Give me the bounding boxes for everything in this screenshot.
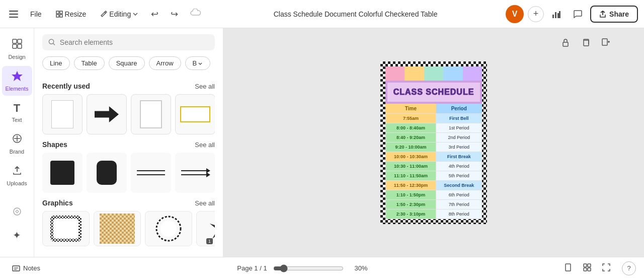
sidebar-item-brand[interactable]: Brand [2,129,32,159]
add-page-icon [601,38,610,47]
sidebar-item-uploads[interactable]: Uploads [2,161,32,190]
canvas-scroll[interactable]: CLASS SCHEDULE Time Period 7:55amFirst B… [223,28,644,257]
document-title: Class Schedule Document Colorful Checker… [209,10,502,18]
pill-more[interactable]: B [185,56,211,70]
main-layout: Design Elements T Text Brand Uploads [0,28,644,257]
sidebar-item-design[interactable]: Design [2,34,32,64]
share-button[interactable]: Share [590,6,638,23]
analytics-button[interactable] [548,7,565,22]
col-header-time: Time [385,104,436,114]
recently-used-header: Recently used See all [42,82,215,90]
add-page-button[interactable] [598,34,614,50]
cell-period-2: 2nd Period [436,132,482,142]
document-inner: CLASS SCHEDULE Time Period 7:55amFirst B… [385,66,482,219]
avatar-button[interactable]: V [506,5,524,23]
table-row: 8:00 - 8:40am1st Period [385,123,482,132]
document-wrapper: CLASS SCHEDULE Time Period 7:55amFirst B… [385,66,482,219]
svg-rect-7 [559,11,560,18]
single-view-button[interactable] [560,261,576,276]
graphic-item-2[interactable] [94,211,141,246]
cell-period-8: 6th Period [436,190,482,199]
graphic-item-1[interactable]: 1 [42,211,90,246]
shapes-header: Shapes See all [42,141,215,149]
edit-icon [100,11,107,18]
recently-used-grid: › [42,94,215,134]
search-input[interactable] [60,38,209,46]
redo-button[interactable]: ↪ [167,6,182,23]
table-row: 1:50 - 2:30pm7th Period [385,199,482,209]
copy-button[interactable] [578,34,594,50]
filter-pills: Line Table Square Arrow B [34,56,223,76]
col-header-period: Period [436,104,482,114]
svg-marker-12 [12,71,23,81]
resize-button[interactable]: Resize [51,7,92,21]
table-row: 10:30 - 11:00am4th Period [385,161,482,171]
svg-rect-0 [56,11,59,14]
recently-used-title: Recently used [42,82,90,90]
cell-period-9: 7th Period [436,199,482,209]
resize-icon [56,11,63,18]
zoom-slider[interactable] [273,264,344,272]
see-all-shapes[interactable]: See all [195,141,215,149]
menu-icon[interactable] [6,8,21,21]
table-row: 11:10 - 11:50am5th Period [385,171,482,180]
shape-arrow-line[interactable] [175,153,215,193]
pill-square[interactable]: Square [109,56,145,70]
svg-point-29 [160,221,177,237]
fullscreen-button[interactable] [599,261,614,276]
zoom-slider-wrap [273,264,344,272]
comments-button[interactable] [569,7,586,22]
notes-button[interactable]: Notes [8,261,44,275]
file-button[interactable]: File [25,7,47,21]
grid-view-button[interactable] [580,261,595,276]
cell-time-9: 1:50 - 2:30pm [385,199,436,209]
share-label: Share [609,10,629,18]
table-row: 7:55amFirst Bell [385,113,482,123]
panel-scroll: Recently used See all › [34,76,223,257]
table-header-row: Time Period [385,104,482,114]
search-input-wrap[interactable] [42,34,215,50]
editing-button[interactable]: Editing [95,7,143,21]
pill-arrow[interactable]: Arrow [149,56,181,70]
pill-line[interactable]: Line [42,56,70,70]
scrollbar[interactable] [638,28,644,257]
sidebar-item-text[interactable]: T Text [2,98,32,127]
text-label: Text [12,117,22,123]
shape-double-line[interactable] [131,153,171,193]
help-button[interactable]: ? [622,261,636,275]
sidebar-item-elements[interactable]: Elements [2,66,32,96]
shape-rounded-black[interactable] [87,153,127,193]
see-all-recently[interactable]: See all [195,83,215,90]
shape-square-black[interactable] [42,153,83,193]
recent-item-arrow[interactable] [87,94,127,134]
schedule-table: Time Period 7:55amFirst Bell8:00 - 8:40a… [385,104,482,219]
add-button[interactable]: + [528,6,544,22]
doc-color-bar [385,66,482,81]
sidebar-item-pen[interactable] [2,202,32,223]
topbar: File Resize Editing ↩ ↪ Class Schedule D… [0,0,644,28]
svg-rect-11 [18,44,22,48]
arrow-line-shape [181,170,209,175]
see-all-graphics[interactable]: See all [195,199,215,207]
recent-item-yellow-rect[interactable] [175,94,215,134]
fullscreen-icon [602,263,611,272]
svg-rect-41 [588,264,591,267]
sidebar-item-magic[interactable]: ✦ [2,225,32,245]
svg-line-16 [53,43,55,45]
pill-table[interactable]: Table [74,56,105,70]
recent-item-blank[interactable] [42,94,83,134]
svg-rect-36 [13,266,20,271]
lock-button[interactable] [557,34,574,50]
table-row: 2:30 - 3:10pm8th Period [385,209,482,219]
svg-rect-27 [100,214,135,244]
cell-period-3: 3rd Period [436,142,482,152]
topbar-right: V + Share [506,5,638,23]
graphic-item-3[interactable] [145,211,192,246]
resize-label: Resize [65,10,87,18]
canvas-area: CLASS SCHEDULE Time Period 7:55amFirst B… [223,28,644,257]
svg-rect-40 [584,264,587,267]
undo-button[interactable]: ↩ [147,6,163,23]
recent-item-rect-outline[interactable] [131,94,171,134]
uploads-icon [12,165,23,178]
svg-rect-42 [584,268,587,271]
